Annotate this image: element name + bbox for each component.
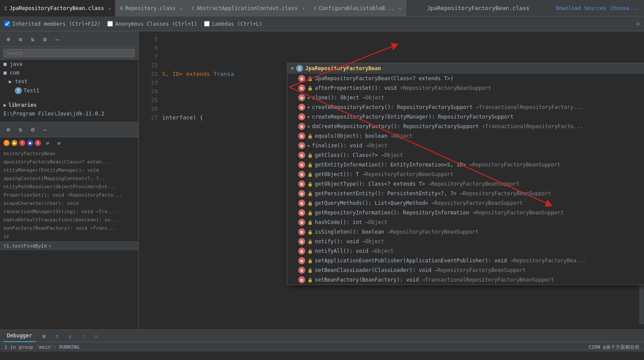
popup-header-row[interactable]: ▼ C JpaRepositoryFactoryBean [287, 63, 644, 74]
tab-repo-close[interactable]: ✕ [180, 6, 183, 11]
search-input[interactable] [3, 49, 135, 58]
struct-item-14[interactable]: m 🔒 getRepositoryInformation(): Reposito… [287, 208, 644, 217]
bottom-item-1[interactable]: epositoryFactoryBean(Class<? exten... [0, 158, 138, 166]
struct-item-0[interactable]: m 🔒 JpaRepositoryFactoryBean(Class<? ext… [287, 74, 644, 83]
access-7: ◆ [307, 143, 310, 148]
lambdas-label: Lambdas (Ctrl+L) [212, 21, 262, 27]
bottom-item-9[interactable]: eanFactory(BeanFactory): void →Trans... [0, 224, 138, 232]
struct-item-19[interactable]: m 🔒 setApplicationEventPublisher(Applica… [287, 256, 644, 265]
tab-abstract[interactable]: C AbstractApplicationContext.class ✕ [187, 0, 310, 17]
tab-bar-row: C JpaRepositoryFactoryBean.class ✕ R Rep… [0, 0, 644, 17]
struct-item-21[interactable]: m 🔒 setBeanFactory(BeanFactory): void →T… [287, 275, 644, 285]
debug-icon-1[interactable]: ≡ [39, 331, 49, 341]
m-badge-12: m [298, 190, 305, 197]
tab-jpa[interactable]: C JpaRepositoryFactoryBean.class ✕ [0, 0, 116, 17]
debugger-label: Debugger [7, 333, 32, 339]
access-5: ◆ [307, 124, 310, 129]
testfindbytab[interactable]: t1.testFindById ✕ [0, 241, 138, 250]
tab-repo-icon: R [120, 6, 123, 11]
testfindbytab-close[interactable]: ✕ [48, 243, 51, 249]
struct-item-12[interactable]: m 🔒 getPersistentEntity(): PersistentEnt… [287, 189, 644, 198]
sidebar-jdk[interactable]: E:\Program Files\Java\jdk-11.0.2 [0, 109, 138, 118]
minus-icon[interactable]: — [52, 34, 62, 44]
tab-jpa-icon: C [4, 6, 7, 11]
struct-item-11[interactable]: m 🔒 getObjectType(): Class<? extends T> … [287, 179, 644, 189]
struct-item-9[interactable]: m 🔒 getEntityInformation(): EntityInform… [287, 160, 644, 170]
bottom-item-10[interactable]: zz [0, 232, 138, 241]
tabs-container: C JpaRepositoryFactoryBean.class ✕ R Rep… [0, 0, 406, 16]
bottom-item-8[interactable]: nableDefaultTransactions(boolean): vo... [0, 216, 138, 224]
sidebar-java[interactable]: ■ java [0, 60, 138, 68]
lambdas-checkbox[interactable]: Lambdas (Ctrl+L) [204, 21, 262, 27]
debug-icon-3[interactable]: ↓ [65, 331, 75, 341]
struct-item-18[interactable]: m 🔒 notifyAll(): void →Object [287, 246, 644, 256]
struct-item-7[interactable]: m ◆ finalize(): void →Object [287, 141, 644, 150]
tab-repo[interactable]: R Repository.class ✕ [116, 0, 187, 17]
struct-item-13[interactable]: m 🔒 getQueryMethods(): List<QueryMethod>… [287, 198, 644, 208]
debug-icon-4[interactable]: ↑ [78, 331, 88, 341]
tab-configurable[interactable]: C ConfigurableListableB... ✕ [310, 0, 406, 17]
struct-item-10[interactable]: m 🔒 getObject(): T →RepositoryFactoryBea… [287, 170, 644, 179]
item-7-text: finalize(): void →Object [312, 143, 387, 149]
tab-configurable-close[interactable]: ✕ [399, 6, 402, 11]
inherited-members-input[interactable] [4, 21, 10, 27]
m-badge-4: m [298, 113, 305, 120]
struct-item-17[interactable]: m 🔒 notify(): void →Object [287, 237, 644, 246]
m-badge-16: m [298, 228, 305, 235]
inherited-members-checkbox[interactable]: Inherited members (Ctrl+F12) [4, 21, 100, 27]
tab-abstract-close[interactable]: ✕ [302, 6, 304, 11]
bottom-item-7[interactable]: ransactionManager(String): void →Tra... [0, 207, 138, 216]
align-icon[interactable]: ≡ [16, 34, 25, 44]
sidebar-com[interactable]: ■ com [0, 68, 138, 77]
struct-item-8[interactable]: m 🔒 getClass(): Class<?> →Object [287, 150, 644, 160]
settings-icon[interactable]: ⚙ [637, 21, 640, 27]
left-panel: ⊕ ≡ ⇅ ⚙ — ■ java ■ com ▶ test [0, 31, 139, 360]
choose-button[interactable]: Choose... [610, 5, 639, 11]
code-line-6: 6 [139, 44, 644, 52]
bottom-item-3[interactable]: appingContext(MappingContext<?, ?... [0, 174, 138, 183]
orange-icon: f [3, 140, 10, 146]
access-15: 🔒 [307, 220, 313, 225]
anonymous-classes-checkbox[interactable]: Anonymous Classes (Ctrl+I) [107, 21, 197, 27]
anonymous-classes-input[interactable] [107, 21, 113, 27]
download-sources-button[interactable]: Download Sources [555, 5, 606, 11]
bottom-item-2[interactable]: ntityManager(EntityManager): void [0, 166, 138, 174]
access-3: ◆ [307, 105, 310, 109]
struct-item-2[interactable]: m ◆ clone(): Object →Object [287, 93, 644, 102]
struct-item-6[interactable]: m 🔒 equals(Object): boolean →Object [287, 131, 644, 141]
move2-icon[interactable]: ⇄ [54, 138, 64, 148]
sort2-icon[interactable]: ⇅ [16, 125, 25, 134]
debugger-tab[interactable]: Debugger [3, 330, 36, 342]
gear2-icon[interactable]: ⚙ [28, 125, 37, 134]
struct-item-1[interactable]: m 🔒 afterPropertiesSet(): void ↑Reposito… [287, 83, 644, 93]
sidebar-test[interactable]: ▶ test [0, 77, 138, 86]
collapse-icon: ▼ [291, 65, 294, 71]
debug-icon-5[interactable]: ✕ [92, 331, 101, 341]
sort-icon[interactable]: ⇅ [28, 34, 37, 44]
struct-item-16[interactable]: m 🔒 isSingleton(): boolean →RepositoryFa… [287, 227, 644, 237]
item-1-text: afterPropertiesSet(): void ↑RepositoryFa… [315, 85, 491, 91]
bottom-item-5[interactable]: PropertiesSet(): void ↑RepositoryFacto..… [0, 191, 138, 199]
lambdas-input[interactable] [204, 21, 210, 27]
bottom-item-4[interactable]: ntityPathResolver(ObjectProvider<Ent... [0, 183, 138, 191]
minus2-icon[interactable]: — [40, 125, 50, 134]
struct-item-4[interactable]: m ◆ createRepositoryFactory(EntityManage… [287, 112, 644, 122]
m-badge-11: m [298, 180, 305, 187]
bottom-item-0[interactable]: ositoryFactoryBean [0, 149, 138, 158]
bottom-item-6[interactable]: scapeCharacter(char): void [0, 199, 138, 207]
compass-icon[interactable]: ⊕ [3, 34, 13, 44]
struct-item-20[interactable]: m 🔒 setBeanClassLoader(ClassLoader): voi… [287, 265, 644, 275]
struct-item-5[interactable]: m ◆ doCreateRepositoryFactory(): Reposit… [287, 122, 644, 131]
libraries-header[interactable]: ▶ libraries [0, 101, 138, 109]
m-badge-10: m [298, 171, 305, 178]
move-icon[interactable]: ⇄ [43, 138, 52, 148]
align2-icon[interactable]: ≡ [3, 125, 13, 134]
debug-icon-2[interactable]: ↑ [52, 331, 62, 341]
sidebar-test1[interactable]: T Test1 [0, 86, 138, 95]
gear-icon[interactable]: ⚙ [40, 34, 50, 44]
struct-item-3[interactable]: m ◆ createRepositoryFactory(): Repositor… [287, 102, 644, 112]
struct-item-15[interactable]: m 🔒 hashCode(): int →Object [287, 217, 644, 227]
tab-jpa-close[interactable]: ✕ [108, 6, 111, 11]
left-toolbar: ⊕ ≡ ⇅ ⚙ — [0, 31, 138, 47]
spacer2 [0, 118, 138, 122]
